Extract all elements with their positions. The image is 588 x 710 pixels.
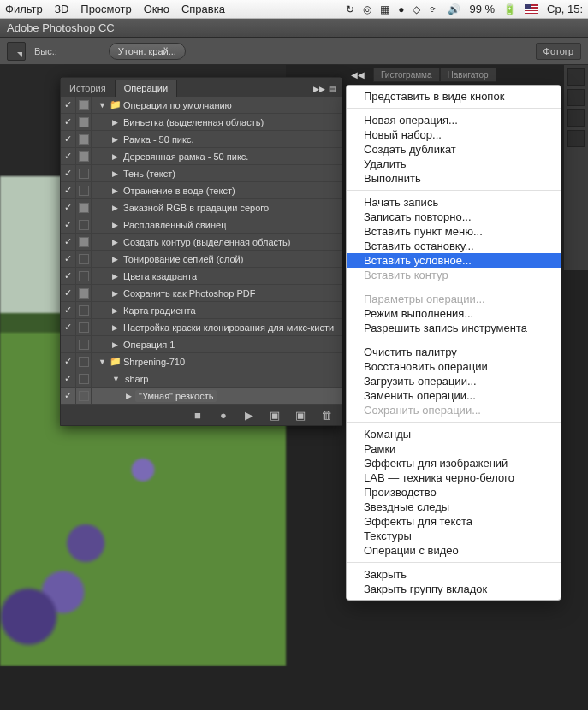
dialog-toggle[interactable] xyxy=(76,319,92,336)
tab-history[interactable]: История xyxy=(61,80,116,97)
toggle-checkbox[interactable]: ✓ xyxy=(61,319,76,336)
dialog-toggle[interactable] xyxy=(76,114,92,131)
action-row[interactable]: ✓▶"Умная" резкость xyxy=(61,388,342,405)
action-row[interactable]: ✓▶Расплавленный свинец xyxy=(61,216,342,234)
dialog-toggle[interactable] xyxy=(76,285,92,302)
action-row[interactable]: ✓▶Заказной RGB в градации серого xyxy=(61,199,342,216)
menu-help[interactable]: Справка xyxy=(181,3,225,15)
action-row[interactable]: ✓▶Отражение в воде (текст) xyxy=(61,182,342,199)
toggle-checkbox[interactable]: ✓ xyxy=(61,302,76,319)
dialog-toggle[interactable] xyxy=(76,353,92,370)
input-source-flag-icon[interactable] xyxy=(525,4,538,14)
dialog-toggle[interactable] xyxy=(76,216,92,234)
menu-window[interactable]: Окно xyxy=(144,3,169,15)
toggle-checkbox[interactable] xyxy=(61,336,76,353)
disclosure-closed-icon[interactable]: ▶ xyxy=(109,186,122,195)
menu-item[interactable]: Загрузить операции... xyxy=(347,374,561,388)
menu-item[interactable]: Рамки xyxy=(347,441,561,456)
action-row[interactable]: ✓▶Карта градиента xyxy=(61,302,342,319)
menu-item[interactable]: Вставить остановку... xyxy=(347,239,561,253)
action-row[interactable]: ✓▶Сохранить как Photoshop PDF xyxy=(61,285,342,302)
action-row[interactable]: ▶Операция 1 xyxy=(61,336,342,353)
dialog-toggle[interactable] xyxy=(76,182,92,199)
disclosure-closed-icon[interactable]: ▶ xyxy=(109,306,122,315)
menu-item[interactable]: Режим выполнения... xyxy=(347,306,561,321)
dialog-toggle[interactable] xyxy=(76,251,92,268)
toggle-checkbox[interactable]: ✓ xyxy=(61,285,76,302)
menu-item[interactable]: Удалить xyxy=(347,157,561,171)
disclosure-closed-icon[interactable]: ▶ xyxy=(109,204,122,212)
menu-item[interactable]: Эффекты для текста xyxy=(347,514,561,529)
tool-preset-icon[interactable] xyxy=(7,42,26,61)
menu-item[interactable]: Заменить операции... xyxy=(347,388,561,403)
action-row[interactable]: ✓▶Тень (текст) xyxy=(61,165,342,182)
dock-icon-2[interactable] xyxy=(567,89,585,106)
disclosure-closed-icon[interactable]: ▶ xyxy=(109,238,122,246)
menu-item[interactable]: Начать запись xyxy=(347,195,561,210)
menu-item[interactable]: Новый набор... xyxy=(347,127,561,142)
action-row[interactable]: ✓▶Тонирование сепией (слой) xyxy=(61,251,342,268)
tab-actions[interactable]: Операции xyxy=(116,80,177,97)
new-action-button[interactable]: ▣ xyxy=(294,409,307,423)
record-button[interactable]: ● xyxy=(217,409,230,423)
disclosure-closed-icon[interactable]: ▶ xyxy=(109,289,122,298)
dialog-toggle[interactable] xyxy=(76,199,92,216)
menu-item[interactable]: Очистить палитру xyxy=(347,345,561,359)
dock-icon-3[interactable] xyxy=(567,109,585,127)
dialog-toggle[interactable] xyxy=(76,302,92,319)
menu-item[interactable]: Закрыть xyxy=(347,567,561,582)
action-row[interactable]: ✓▶Рамка - 50 пикс. xyxy=(61,131,342,148)
disclosure-closed-icon[interactable]: ▶ xyxy=(109,221,122,229)
toggle-checkbox[interactable]: ✓ xyxy=(61,114,76,131)
tab-histogram[interactable]: Гистограмма xyxy=(373,68,440,82)
disclosure-closed-icon[interactable]: ▶ xyxy=(109,255,122,263)
toggle-checkbox[interactable]: ✓ xyxy=(61,165,76,182)
dock-icon-4[interactable] xyxy=(567,130,585,147)
stop-button[interactable]: ■ xyxy=(191,409,205,423)
dialog-toggle[interactable] xyxy=(76,336,92,353)
action-row[interactable]: ✓▶Виньетка (выделенная область) xyxy=(61,114,342,131)
menu-item[interactable]: Новая операция... xyxy=(347,113,561,127)
workspace-switcher[interactable]: Фотогр xyxy=(536,43,581,60)
disclosure-closed-icon[interactable]: ▶ xyxy=(109,272,122,281)
action-row[interactable]: ✓▼📁Shrpening-710 xyxy=(61,353,342,370)
toggle-checkbox[interactable]: ✓ xyxy=(61,268,76,285)
dialog-toggle[interactable] xyxy=(76,165,92,182)
menu-item[interactable]: LAB — техника черно-белого xyxy=(347,470,561,485)
menu-item[interactable]: Закрыть группу вкладок xyxy=(347,582,561,596)
menu-item[interactable]: Эффекты для изображений xyxy=(347,456,561,470)
toggle-checkbox[interactable]: ✓ xyxy=(61,234,76,251)
toggle-checkbox[interactable]: ✓ xyxy=(61,131,76,148)
menu-view[interactable]: Просмотр xyxy=(80,3,131,15)
dialog-toggle[interactable] xyxy=(76,234,92,251)
menu-item[interactable]: Создать дубликат xyxy=(347,142,561,157)
menu-item[interactable]: Производство xyxy=(347,485,561,500)
dialog-toggle[interactable] xyxy=(76,268,92,285)
toggle-checkbox[interactable]: ✓ xyxy=(61,388,76,405)
toggle-checkbox[interactable]: ✓ xyxy=(61,148,76,165)
toggle-checkbox[interactable]: ✓ xyxy=(61,370,76,388)
action-row[interactable]: ✓▶Цвета квадранта xyxy=(61,268,342,285)
action-row[interactable]: ✓▶Создать контур (выделенная область) xyxy=(61,234,342,251)
disclosure-closed-icon[interactable]: ▶ xyxy=(109,323,122,332)
disclosure-open-icon[interactable]: ▼ xyxy=(95,101,110,109)
menu-item[interactable]: Вставить условное... xyxy=(347,253,561,268)
toggle-checkbox[interactable]: ✓ xyxy=(61,199,76,216)
menu-item[interactable]: Команды xyxy=(347,427,561,441)
toggle-checkbox[interactable]: ✓ xyxy=(61,251,76,268)
disclosure-closed-icon[interactable]: ▶ xyxy=(122,392,135,400)
toggle-checkbox[interactable]: ✓ xyxy=(61,97,76,114)
disclosure-open-icon[interactable]: ▼ xyxy=(95,358,110,366)
dialog-toggle[interactable] xyxy=(76,131,92,148)
action-row[interactable]: ✓▶Деревянная рамка - 50 пикс. xyxy=(61,148,342,165)
action-row[interactable]: ✓▶Настройка краски клонирования для микс… xyxy=(61,319,342,336)
dialog-toggle[interactable] xyxy=(76,370,92,388)
menu-item[interactable]: Представить в виде кнопок xyxy=(347,89,561,104)
menu-item[interactable]: Восстановить операции xyxy=(347,359,561,374)
menu-item[interactable]: Разрешить запись инструмента xyxy=(347,321,561,335)
menu-item[interactable]: Текстуры xyxy=(347,529,561,543)
new-set-button[interactable]: ▣ xyxy=(268,409,282,423)
dock-icon-1[interactable] xyxy=(567,68,585,86)
dialog-toggle[interactable] xyxy=(76,97,92,114)
menu-item[interactable]: Звездные следы xyxy=(347,500,561,514)
